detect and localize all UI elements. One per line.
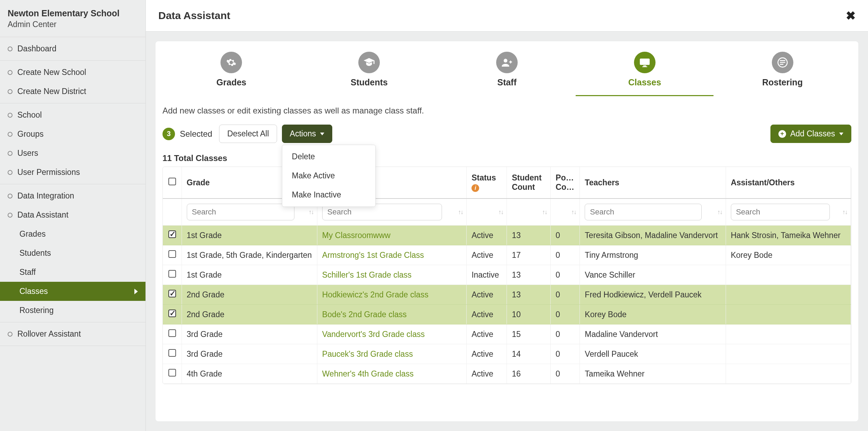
tab-staff[interactable]: Staff (438, 48, 576, 96)
class-name-link[interactable]: Vandervort's 3rd Grade class (322, 330, 425, 339)
sidebar-item-staff[interactable]: Staff (0, 263, 145, 282)
bullet-icon (8, 89, 12, 94)
class-name-link[interactable]: Paucek's 3rd Grade class (322, 349, 413, 358)
sidebar-item-create-new-school[interactable]: Create New School (0, 63, 145, 82)
row-checkbox[interactable] (168, 310, 176, 317)
sidebar-item-data-assistant[interactable]: Data Assistant (0, 205, 145, 225)
select-all-header[interactable] (163, 167, 182, 198)
class-name-link[interactable]: Wehner's 4th Grade class (322, 369, 414, 378)
cell-status: Active (467, 324, 507, 344)
col-header-posts-count[interactable]: Posts Count (551, 167, 580, 198)
status-label: Status (471, 173, 496, 182)
actions-menu: DeleteMake ActiveMake Inactive (282, 145, 376, 207)
cell-teachers: Madaline Vandervort (580, 324, 726, 344)
filter-teachers-input[interactable] (585, 204, 702, 220)
sort-icon[interactable] (458, 210, 463, 214)
cell-assistants (726, 305, 851, 324)
close-icon[interactable]: ✖ (846, 10, 856, 22)
cell-grade: 3rd Grade (182, 344, 317, 364)
tab-label: Students (300, 77, 438, 87)
page-title: Data Assistant (158, 10, 230, 22)
tab-rostering[interactable]: Rostering (713, 48, 851, 96)
school-name: Newton Elementary School (8, 8, 138, 18)
svg-rect-2 (643, 66, 646, 67)
sidebar-item-grades[interactable]: Grades (0, 225, 145, 244)
filter-assistants-input[interactable] (731, 204, 830, 220)
checkbox-icon (168, 178, 176, 185)
cell-teachers: Teresita Gibson, Madaline Vandervort (580, 226, 726, 245)
row-checkbox[interactable] (168, 270, 176, 278)
sidebar-item-label: School (17, 110, 42, 120)
sidebar-item-user-permissions[interactable]: User Permissions (0, 163, 145, 182)
row-checkbox[interactable] (168, 369, 176, 377)
row-checkbox[interactable] (168, 329, 176, 337)
col-header-teachers[interactable]: Teachers (580, 167, 726, 198)
bullet-icon (8, 47, 12, 51)
sidebar-item-users[interactable]: Users (0, 144, 145, 163)
col-header-student-count[interactable]: Student Count (507, 167, 551, 198)
class-name-link[interactable]: Armstrong's 1st Grade Class (322, 251, 424, 260)
menu-item-delete[interactable]: Delete (282, 147, 375, 166)
col-header-status[interactable]: Status i (467, 167, 507, 198)
row-checkbox[interactable] (168, 230, 176, 238)
sort-icon[interactable] (498, 210, 503, 214)
page-subtext: Add new classes or edit existing classes… (162, 106, 851, 116)
class-name-link[interactable]: Schiller's 1st Grade class (322, 270, 411, 279)
sidebar-item-label: Groups (17, 129, 43, 139)
sort-icon[interactable] (842, 210, 847, 214)
cell-posts-count: 0 (551, 245, 580, 265)
sort-icon[interactable] (717, 210, 722, 214)
sidebar-item-label: Students (19, 248, 51, 258)
cell-status: Active (467, 285, 507, 305)
cell-student-count: 10 (507, 305, 551, 324)
cell-posts-count: 0 (551, 285, 580, 305)
sidebar-item-dashboard[interactable]: Dashboard (0, 39, 145, 58)
cell-teachers: Verdell Paucek (580, 344, 726, 364)
cell-grade: 2nd Grade (182, 285, 317, 305)
class-name-link[interactable]: Hodkiewicz's 2nd Grade class (322, 290, 428, 299)
row-checkbox[interactable] (168, 290, 176, 297)
tab-grades[interactable]: Grades (162, 48, 300, 96)
sidebar-item-classes[interactable]: Classes (0, 282, 145, 301)
caret-down-icon (320, 133, 324, 135)
col-header-assistants[interactable]: Assistant/Others (726, 167, 851, 198)
cell-student-count: 15 (507, 324, 551, 344)
tab-label: Grades (162, 77, 300, 87)
cell-status: Active (467, 305, 507, 324)
row-checkbox[interactable] (168, 349, 176, 357)
menu-item-make-inactive[interactable]: Make Inactive (282, 185, 375, 204)
tab-label: Classes (576, 77, 713, 87)
cell-teachers: Fred Hodkiewicz, Verdell Paucek (580, 285, 726, 305)
sort-icon[interactable] (542, 210, 547, 214)
sidebar-item-label: Create New District (17, 87, 86, 96)
tab-classes[interactable]: Classes (576, 48, 713, 96)
sidebar-header: Newton Elementary School Admin Center (0, 0, 145, 37)
monitor-icon (634, 52, 656, 73)
sidebar-item-create-new-district[interactable]: Create New District (0, 82, 145, 101)
sidebar-item-students[interactable]: Students (0, 244, 145, 263)
class-name-link[interactable]: Bode's 2nd Grade class (322, 310, 407, 319)
tab-students[interactable]: Students (300, 48, 438, 96)
class-name-link[interactable]: My Classroomwww (322, 231, 391, 240)
sidebar-item-rostering[interactable]: Rostering (0, 301, 145, 320)
info-icon[interactable]: i (471, 184, 479, 192)
sidebar-item-label: Rollover Assistant (17, 329, 81, 339)
sidebar-item-groups[interactable]: Groups (0, 125, 145, 144)
sort-icon[interactable] (309, 210, 314, 214)
menu-item-make-active[interactable]: Make Active (282, 166, 375, 185)
table-row: 4th GradeWehner's 4th Grade classActive1… (163, 364, 851, 384)
sidebar-item-data-integration[interactable]: Data Integration (0, 186, 145, 205)
chevron-right-icon (134, 289, 138, 294)
sidebar-item-label: Users (17, 149, 38, 158)
graduation-icon (358, 52, 380, 73)
cell-assistants (726, 285, 851, 305)
sidebar-item-rollover-assistant[interactable]: Rollover Assistant (0, 324, 145, 344)
sidebar-item-school[interactable]: School (0, 105, 145, 125)
row-checkbox[interactable] (168, 250, 176, 258)
filter-grade-input[interactable] (187, 204, 295, 220)
add-classes-button[interactable]: + Add Classes (770, 125, 851, 143)
cell-grade: 1st Grade, 5th Grade, Kindergarten (182, 245, 317, 265)
deselect-all-button[interactable]: Deselect All (219, 125, 277, 143)
actions-button[interactable]: Actions (282, 125, 332, 143)
sort-icon[interactable] (571, 210, 576, 214)
